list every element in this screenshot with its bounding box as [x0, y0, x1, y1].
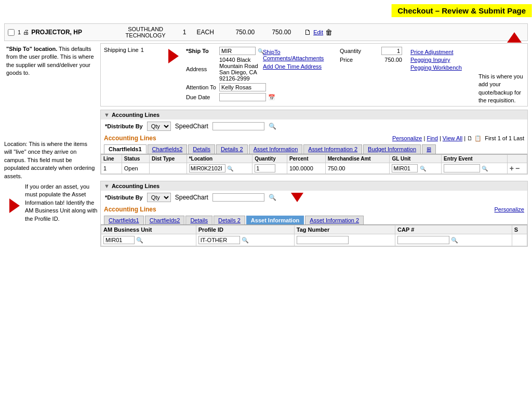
bottom-right-section: ▼ Accounting Lines *Distribute By Qty Sp… — [100, 181, 528, 251]
ship-to-comments-block: ShipTo Comments/Attachments Add One Time… — [263, 49, 336, 70]
find-a[interactable]: Find — [427, 135, 437, 141]
tab-details-top[interactable]: Details — [188, 144, 215, 154]
tab-chartfields2-top[interactable]: Chartfields2 — [148, 144, 188, 154]
pegging-inquiry-link[interactable]: Pegging Inquiry — [410, 57, 462, 63]
td-percent: 100.0000 — [287, 163, 325, 174]
asset-table: AM Business Unit Profile ID Tag Number C… — [101, 225, 527, 246]
th-am-business-unit: AM Business Unit — [101, 225, 196, 234]
speedchart-input-top[interactable] — [212, 122, 264, 130]
cap-num-input[interactable] — [397, 236, 449, 244]
entry-search[interactable]: 🔍 — [482, 166, 488, 171]
tab-budget-top[interactable]: Budget Information — [363, 144, 421, 154]
ship-to-comments-link[interactable]: ShipTo Comments/Attachments — [263, 49, 336, 61]
add-row-btn[interactable]: + — [510, 164, 514, 172]
distribute-by-select-top[interactable]: Qty — [147, 122, 171, 131]
attention-input[interactable] — [219, 83, 266, 91]
th-merch-amt: Merchandise Amt — [325, 155, 390, 163]
ship-to-label: *Ship To — [186, 48, 217, 54]
distribute-by-label-bottom: *Distribute By — [105, 194, 143, 201]
td-dist-type — [149, 163, 187, 174]
tab-asset-info2-bottom[interactable]: Asset Information 2 — [305, 216, 364, 224]
tab-details2-top[interactable]: Details 2 — [216, 144, 248, 154]
td-quantity — [252, 163, 287, 174]
tab-grid-top[interactable]: ⊞ — [422, 144, 436, 154]
gl-unit-search[interactable]: 🔍 — [420, 166, 426, 171]
td-location: 🔍 — [187, 163, 252, 174]
acct-qty-input[interactable] — [255, 164, 275, 172]
product-checkbox[interactable] — [8, 29, 15, 36]
quantity-input[interactable] — [381, 47, 402, 55]
td-profile-id: 🔍 — [196, 234, 294, 246]
collapse-triangle[interactable]: ▼ — [104, 112, 110, 118]
tabs-row-top: Chartfields1 Chartfields2 Details Detail… — [101, 143, 527, 154]
due-date-label: Due Date — [186, 94, 217, 100]
quote-annotation: This is where you add your quote/backup … — [478, 73, 528, 105]
tabs-row-bottom: Chartfields1 Chartfields2 Details Detail… — [101, 215, 527, 225]
top-accounting-section: ▼ Accounting Lines *Distribute By Qty Sp… — [100, 110, 528, 175]
td-row-actions: + − — [507, 163, 527, 174]
td-s — [512, 234, 527, 246]
due-date-input[interactable] — [219, 93, 266, 101]
am-search-icon[interactable]: 🔍 — [136, 237, 143, 243]
tab-asset-info-top[interactable]: Asset Information — [249, 144, 303, 154]
th-actions — [507, 155, 527, 163]
th-entry-event: Entry Event — [442, 155, 508, 163]
price-adj-link[interactable]: Price Adjustment — [410, 49, 462, 55]
address-line2: San Diego, CA 92126-2999 — [219, 69, 259, 82]
page-title: Checkout – Review & Submit Page — [391, 4, 532, 17]
tab-details-bottom[interactable]: Details — [185, 216, 212, 224]
distribute-row-bottom: *Distribute By Qty SpeedChart 🔍 — [101, 191, 527, 204]
th-profile-id: Profile ID — [196, 225, 294, 234]
ship-to-annotation-title: "Ship To" location. — [6, 46, 57, 52]
tab-chartfields1-bottom[interactable]: Chartfields1 — [104, 216, 144, 224]
speedchart-search-icon[interactable]: 🔍 — [269, 123, 276, 130]
product-price2: 750.00 — [255, 29, 291, 36]
gl-unit-input[interactable] — [392, 164, 418, 172]
distribute-by-select-bottom[interactable]: Qty — [147, 193, 171, 202]
asset-table-row: 🔍 🔍 🔍 — [101, 234, 527, 246]
tab-asset-info2-top[interactable]: Asset Information 2 — [303, 144, 362, 154]
th-dist-type: Dist Type — [149, 155, 187, 163]
personalize-a[interactable]: Personalize — [392, 135, 422, 141]
edit-link[interactable]: Edit — [313, 29, 323, 35]
add-one-time-link[interactable]: Add One Time Address — [263, 63, 336, 70]
location-annotation-title: Location: — [4, 141, 28, 147]
attention-label: Attention To — [186, 84, 217, 90]
location-search[interactable]: 🔍 — [227, 166, 233, 171]
calendar-icon[interactable]: 📅 — [268, 94, 275, 101]
speedchart-input-bottom[interactable] — [212, 193, 264, 202]
remove-row-btn[interactable]: − — [515, 164, 520, 172]
ship-to-block: *Ship To 🔍 Address 10440 Black Mountain … — [186, 47, 259, 103]
profile-id-input[interactable] — [198, 236, 240, 244]
tag-number-input[interactable] — [297, 236, 349, 244]
product-num: 1 — [18, 29, 21, 35]
location-input[interactable] — [189, 164, 225, 172]
product-icons: 🗋 Edit 🗑 — [291, 28, 332, 36]
viewall-a[interactable]: View All — [443, 135, 462, 141]
pegging-workbench-link[interactable]: Pegging Workbench — [410, 64, 462, 71]
ship-to-arrow — [168, 49, 179, 63]
product-name: PROJECTOR, HP — [31, 29, 114, 36]
tab-details2-bottom[interactable]: Details 2 — [214, 216, 245, 224]
bottom-collapse-triangle[interactable]: ▼ — [104, 183, 110, 189]
asset-annotation-text: If you order an asset, you must populate… — [25, 183, 98, 223]
cap-search-icon[interactable]: 🔍 — [451, 237, 458, 243]
tab-chartfields2-bottom[interactable]: Chartfields2 — [145, 216, 185, 224]
distribute-by-label-top: *Distribute By — [105, 123, 143, 129]
address-label: Address — [186, 66, 217, 72]
td-cap-num: 🔍 — [395, 234, 512, 246]
th-quantity: Quantity — [252, 155, 287, 163]
shipping-line-num: 1 — [141, 47, 144, 53]
speedchart-label-top: SpeedChart — [175, 123, 208, 130]
am-business-unit-input[interactable] — [103, 236, 135, 244]
tab-asset-info-bottom[interactable]: Asset Information — [246, 216, 304, 224]
personalize-link-bottom[interactable]: Personalize — [495, 206, 524, 212]
th-percent: Percent — [287, 155, 325, 163]
ship-to-input[interactable] — [219, 47, 256, 55]
speedchart-search-icon-bottom[interactable]: 🔍 — [269, 194, 276, 201]
entry-event-input[interactable] — [444, 164, 480, 172]
profile-search-icon[interactable]: 🔍 — [242, 237, 249, 243]
tab-chartfields1-top[interactable]: Chartfields1 — [104, 144, 147, 154]
td-line: 1 — [101, 163, 122, 174]
price-value: 750.00 — [384, 57, 402, 63]
